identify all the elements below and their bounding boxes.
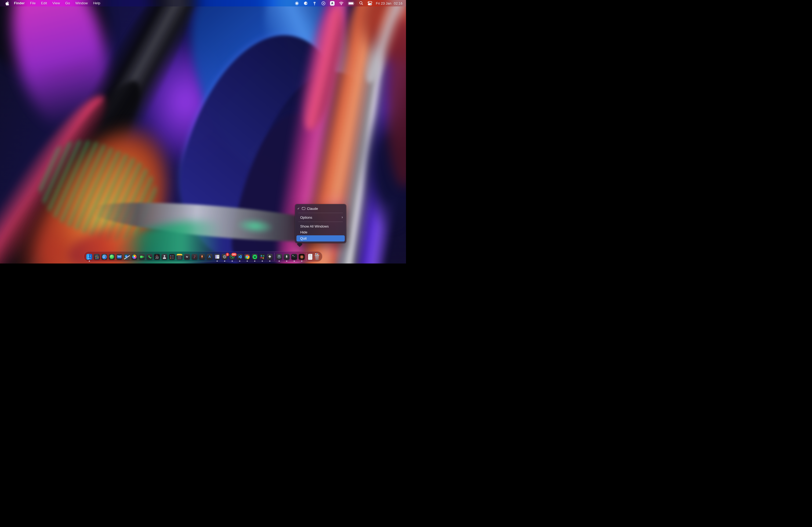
menu-help[interactable]: Help [90,0,103,6]
notes-icon [177,254,183,260]
menu-go[interactable]: Go [62,0,73,6]
dock-item-whatsapp[interactable]: 191 [229,254,235,260]
menu-bar: Finder File Edit View Go Window Help [0,0,406,6]
vscode-icon [237,254,243,260]
dock-item-launchpad[interactable] [94,254,100,260]
menu-item-label: Quit [300,236,307,240]
notification-badge: 191 [231,253,236,256]
dock-item-trash[interactable] [315,254,320,260]
wifi-icon [339,1,344,5]
reminders-icon [169,254,175,260]
dock-item-notes[interactable] [177,254,183,260]
playback-status-item[interactable] [319,0,328,6]
dock-item-documents[interactable] [308,254,313,260]
checkmark-icon: ✓ [297,207,300,210]
menu-window[interactable]: Window [73,0,90,6]
dock: Fri 23 tv ♪ [84,252,322,261]
messages-icon [109,254,115,260]
notification-badge: 1 [226,253,229,256]
dock-item-finder[interactable] [86,254,92,260]
sprout-status-item[interactable] [310,0,319,6]
dock-separator [306,253,307,261]
menu-bar-clock[interactable]: Fri 23 Jan 02:16 [374,1,403,5]
dock-item-safari[interactable] [102,254,107,260]
finder-icon [86,254,92,260]
wifi-status-item[interactable] [337,0,346,6]
dock-item-mail[interactable] [117,254,122,260]
dock-item-vscode[interactable] [237,254,243,260]
menu-view[interactable]: View [50,0,62,6]
dock-item-app-store[interactable]: A [207,254,213,260]
calendar-icon: Fri 23 [154,254,160,260]
dock-item-messages[interactable] [109,254,115,260]
menu-file[interactable]: File [27,0,39,6]
menu-item-hide[interactable]: Hide [295,229,346,235]
play-circle-icon [321,1,326,6]
phone-icon [147,254,153,260]
mail-icon [117,254,122,260]
sprout-icon [312,1,317,6]
photos-icon [132,254,137,260]
menu-separator [298,222,343,222]
contacts-icon [162,254,168,260]
spotlight-status-item[interactable] [357,0,365,6]
dock-item-claude[interactable] [299,254,305,260]
lens-tool-icon [276,254,282,260]
dock-separator [274,253,275,261]
dock-item-lens-tool[interactable] [276,254,282,260]
menu-item-label: Claude [307,207,318,211]
dock-item-python-rocket[interactable] [284,254,290,260]
dock-item-phone[interactable] [147,254,153,260]
apple-menu[interactable] [3,1,11,6]
menu-item-quit[interactable]: Quit [296,235,345,241]
battery-status-item[interactable] [346,0,357,6]
dock-item-calendar[interactable]: Fri 23 [154,254,160,260]
rocket-icon [199,254,205,260]
menu-item-label: Show All Windows [300,224,329,228]
dock-context-menu: ✓ Claude Options › Show All Windows Hide… [295,204,346,243]
dock-item-reminders[interactable] [169,254,175,260]
starburst-icon [294,1,299,6]
dock-item-slack[interactable] [259,254,265,260]
dock-item-contacts[interactable] [162,254,168,260]
app-window-icon [302,207,305,210]
dock-item-spotify[interactable] [252,254,258,260]
menu-item-show-all-windows[interactable]: Show All Windows [295,223,346,229]
dock-item-system-settings[interactable]: 1 [222,254,228,260]
maps-icon [124,254,130,260]
menu-item-options[interactable]: Options › [295,214,346,220]
facetime-icon [139,254,145,260]
dock-item-tv[interactable]: tv [184,254,190,260]
terminal-icon: >_ [291,254,297,260]
menu-separator [298,213,343,213]
slack-icon [259,254,265,260]
clock-date: Fri 23 Jan [376,1,392,5]
dock-item-terminal[interactable]: >_ [291,254,297,260]
a-app-status-item[interactable]: A [328,0,337,6]
chevron-right-icon: › [342,215,343,219]
control-center-status-item[interactable] [365,0,374,6]
spotify-icon [252,254,258,260]
dock-item-photos[interactable] [132,254,137,260]
claude-icon [299,254,305,260]
dock-item-facetime[interactable] [139,254,145,260]
menu-item-label: Options [300,215,312,220]
dock-item-music[interactable]: ♪ [192,254,198,260]
dock-item-maps[interactable] [124,254,130,260]
prism-app-icon [267,254,273,260]
dock-item-chrome[interactable] [244,254,250,260]
python-rocket-icon [284,254,290,260]
menu-edit[interactable]: Edit [39,0,50,6]
dock-item-prism-app[interactable] [267,254,273,260]
cube-status-item[interactable] [301,0,310,6]
battery-icon [348,2,355,5]
menu-item-claude-window[interactable]: ✓ Claude [295,206,346,211]
menu-finder[interactable]: Finder [11,0,27,6]
dock-item-iphone-mirroring[interactable] [214,254,220,260]
claude-status-item[interactable] [292,0,301,6]
launchpad-icon [94,254,100,260]
safari-icon [102,254,107,260]
desktop: Finder File Edit View Go Window Help [0,0,406,264]
dock-item-rocket[interactable] [199,254,205,260]
control-center-icon [367,1,372,6]
